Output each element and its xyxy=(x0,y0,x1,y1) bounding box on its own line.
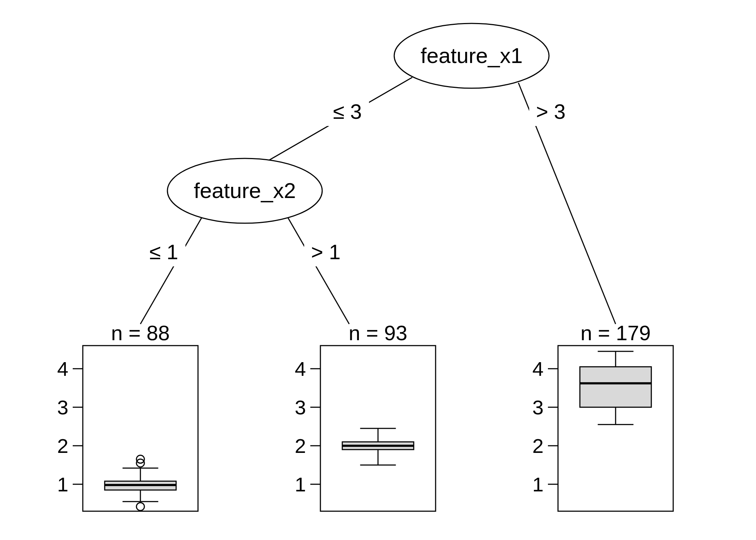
svg-text:1: 1 xyxy=(57,473,68,496)
root-split-right-label: > 3 xyxy=(536,100,566,123)
root-split-left-label: ≤ 3 xyxy=(333,100,362,123)
svg-text:2: 2 xyxy=(295,435,306,457)
terminal-2-axis: 1234 xyxy=(295,357,320,496)
svg-text:4: 4 xyxy=(57,357,68,380)
svg-text:4: 4 xyxy=(532,357,544,380)
left-split-right-label: > 1 xyxy=(311,240,341,264)
terminal-3: n = 179 1234 xyxy=(532,321,673,511)
svg-text:4: 4 xyxy=(295,357,306,380)
terminal-3-axis: 1234 xyxy=(532,357,558,496)
terminal-3-n-label: n = 179 xyxy=(580,321,651,345)
left-node-label: feature_x2 xyxy=(194,179,296,203)
terminal-2-n-label: n = 93 xyxy=(349,321,408,345)
decision-tree-diagram: feature_x1 ≤ 3 > 3 feature_x2 ≤ 1 > 1 n … xyxy=(0,0,756,540)
svg-rect-49 xyxy=(580,367,651,407)
root-node: feature_x1 xyxy=(394,23,549,88)
svg-text:3: 3 xyxy=(57,396,68,419)
edge-left-left xyxy=(140,218,202,324)
terminal-1-axis: 1234 xyxy=(57,357,83,496)
svg-text:2: 2 xyxy=(57,435,68,457)
svg-text:3: 3 xyxy=(295,396,306,419)
terminal-2: n = 93 1234 xyxy=(295,321,436,511)
left-split-left-label: ≤ 1 xyxy=(149,240,178,264)
svg-text:1: 1 xyxy=(295,473,306,496)
svg-text:2: 2 xyxy=(532,435,544,457)
terminal-1-n-label: n = 88 xyxy=(111,321,170,345)
root-node-label: feature_x1 xyxy=(420,44,523,68)
terminal-1: n = 88 1234 xyxy=(57,321,198,511)
svg-text:3: 3 xyxy=(532,396,544,419)
edge-left-right xyxy=(288,218,349,324)
left-internal-node: feature_x2 xyxy=(167,158,322,223)
svg-text:1: 1 xyxy=(532,473,544,496)
